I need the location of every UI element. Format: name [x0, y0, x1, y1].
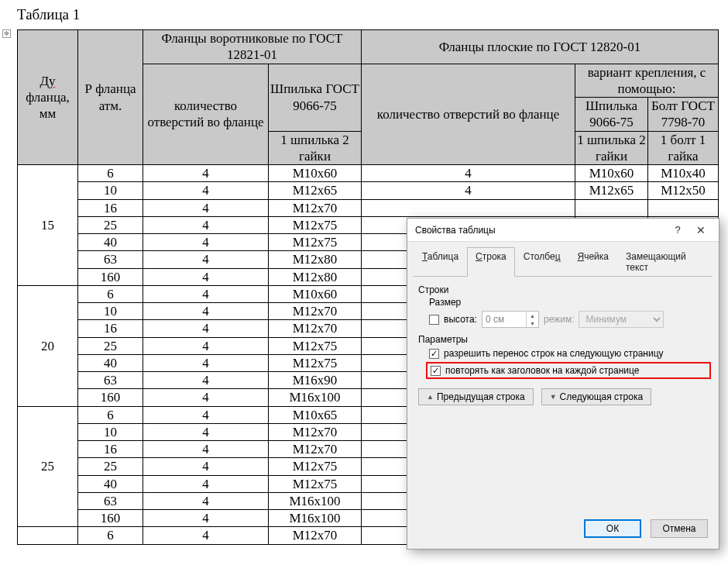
table-cell: 4 [143, 475, 269, 492]
height-spinner[interactable]: ▲▼ [482, 311, 539, 328]
close-icon[interactable]: ✕ [689, 221, 713, 239]
tab-table[interactable]: Таблица [414, 247, 467, 277]
table-cell: 6 [78, 165, 143, 182]
table-cell: 4 [143, 268, 269, 285]
table-cell: 16 [78, 441, 143, 458]
table-cell: 4 [143, 182, 269, 199]
table-cell: 25 [78, 458, 143, 475]
repeat-header-label: повторять как заголовок на каждой страни… [445, 365, 639, 376]
table-cell: М10х60 [575, 165, 648, 182]
hdr-sub-pin1: 1 шпилька 2 гайки [269, 131, 362, 165]
hdr-flange-v: Фланцы воротниковые по ГОСТ 12821-01 [143, 30, 362, 64]
table-cell: 25 [78, 216, 143, 233]
table-cell: М12х75 [269, 216, 362, 233]
table-cell: 4 [143, 320, 269, 337]
table-cell: М16х90 [269, 372, 362, 389]
next-row-button[interactable]: ▼Следующая строка [541, 388, 651, 405]
table-cell [575, 199, 648, 216]
hdr-qty2: количество отверстий во фланце [362, 64, 575, 165]
repeat-header-checkbox[interactable] [431, 366, 441, 376]
help-icon[interactable]: ? [666, 221, 689, 239]
table-cell: М12х65 [269, 182, 362, 199]
cancel-button[interactable]: Отмена [651, 519, 708, 538]
hdr-du: Ду фланца, мм [18, 30, 78, 165]
table-cell: 40 [78, 234, 143, 251]
table-cell: М12х50 [648, 182, 719, 199]
table-cell: М12х75 [269, 234, 362, 251]
hdr-pin1: Шпилька ГОСТ 9066-75 [269, 64, 362, 131]
dialog-titlebar[interactable]: Свойства таблицы ? ✕ [407, 219, 719, 242]
tab-column[interactable]: Столбец [515, 247, 569, 277]
allow-wrap-label: разрешить перенос строк на следующую стр… [444, 348, 664, 359]
table-cell: 6 [78, 406, 143, 423]
hdr-sub-pin2: 1 шпилька 2 гайки [575, 131, 648, 165]
table-cell: 4 [143, 337, 269, 354]
table-cell: 4 [143, 234, 269, 251]
table-row: 164М12х70 [18, 199, 719, 216]
table-cell: 63 [78, 372, 143, 389]
table-row: 1564М10х604М10х60М10х40 [18, 165, 719, 182]
prev-row-button[interactable]: ▲Предыдущая строка [418, 388, 534, 405]
table-cell: М12х75 [269, 337, 362, 354]
table-cell: М12х75 [269, 475, 362, 492]
table-cell: 160 [78, 268, 143, 285]
table-cell: 4 [143, 285, 269, 302]
table-cell: 63 [78, 251, 143, 268]
table-cell: 4 [143, 303, 269, 320]
allow-wrap-checkbox[interactable] [429, 349, 439, 359]
table-cell: М12х70 [269, 320, 362, 337]
table-cell: 10 [78, 303, 143, 320]
height-checkbox[interactable] [429, 315, 439, 325]
triangle-down-icon: ▼ [550, 393, 557, 401]
table-properties-dialog: Свойства таблицы ? ✕ Таблица Строка Стол… [407, 218, 719, 550]
mode-select[interactable]: Минимум [579, 311, 664, 328]
table-cell: М12х70 [269, 441, 362, 458]
tab-row[interactable]: Строка [467, 247, 515, 277]
table-cell: 4 [143, 372, 269, 389]
table-cell: 4 [143, 423, 269, 440]
table-cell: М10х60 [269, 165, 362, 182]
hdr-p: Р фланца атм. [78, 30, 143, 165]
size-label: Размер [429, 297, 708, 308]
table-cell: 16 [78, 199, 143, 216]
table-cell: 10 [78, 182, 143, 199]
table-cell: 4 [143, 406, 269, 423]
tab-alttext[interactable]: Замещающий текст [617, 247, 713, 277]
hdr-flange-p: Фланцы плоские по ГОСТ 12820-01 [362, 30, 719, 64]
table-row: 104М12х654М12х65М12х50 [18, 182, 719, 199]
height-input[interactable] [482, 312, 526, 326]
table-cell: 4 [143, 458, 269, 475]
hdr-qty1: количество отверстий во фланце [143, 64, 269, 165]
table-cell: 160 [78, 389, 143, 406]
hdr-variant: вариант крепления, с помощью: [575, 64, 719, 98]
table-anchor-icon[interactable]: ✥ [2, 29, 11, 38]
table-cell: 4 [143, 527, 269, 544]
table-cell: М12х70 [269, 199, 362, 216]
table-cell: 63 [78, 492, 143, 509]
table-cell [18, 527, 78, 544]
table-caption: Таблица 1 [17, 6, 719, 23]
spin-up-icon[interactable]: ▲ [527, 312, 538, 319]
table-cell: 16 [78, 320, 143, 337]
tab-cell[interactable]: Ячейка [569, 247, 618, 277]
table-cell: М12х80 [269, 251, 362, 268]
table-cell: 4 [143, 251, 269, 268]
table-cell: 4 [143, 510, 269, 527]
table-cell: 160 [78, 510, 143, 527]
hdr-pin2: Шпилька 9066-75 [575, 98, 648, 132]
hdr-sub-bolt: 1 болт 1 гайка [648, 131, 719, 165]
dialog-tabs: Таблица Строка Столбец Ячейка Замещающий… [414, 246, 713, 277]
table-cell: 4 [362, 182, 575, 199]
mode-label: режим: [544, 314, 575, 325]
table-cell: М12х65 [575, 182, 648, 199]
ok-button[interactable]: ОК [584, 519, 641, 538]
spin-down-icon[interactable]: ▼ [527, 319, 538, 327]
hdr-bolt: Болт ГОСТ 7798-70 [648, 98, 719, 132]
params-label: Параметры [418, 334, 708, 345]
table-cell: М10х65 [269, 406, 362, 423]
table-cell: М12х70 [269, 423, 362, 440]
table-cell: М16х100 [269, 510, 362, 527]
dialog-title: Свойства таблицы [415, 225, 666, 236]
table-cell: 25 [18, 406, 78, 527]
table-cell: 4 [143, 354, 269, 371]
